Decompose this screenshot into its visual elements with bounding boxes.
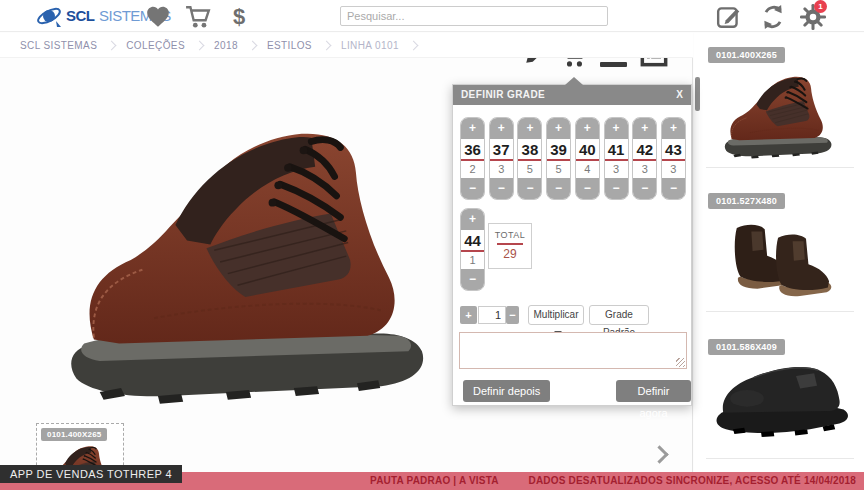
close-button[interactable]: X: [676, 85, 683, 105]
multiplier-input[interactable]: [478, 306, 506, 324]
size-column-41: + 41 3 −: [604, 117, 629, 200]
size-minus-button[interactable]: −: [490, 178, 513, 199]
size-qty[interactable]: 5: [547, 161, 570, 178]
multiplier-plus-button[interactable]: +: [460, 306, 477, 324]
refresh-icon[interactable]: [760, 4, 786, 30]
note-textarea[interactable]: [459, 332, 687, 369]
size-minus-button[interactable]: −: [662, 178, 685, 199]
size-minus-button[interactable]: −: [633, 178, 656, 199]
size-label: 41: [605, 139, 628, 161]
multiply-dropdown-label: Multiplicar: [533, 309, 578, 320]
grade-padrao-button[interactable]: Grade Padrão: [589, 305, 649, 325]
size-plus-button[interactable]: +: [605, 118, 628, 139]
size-qty[interactable]: 4: [576, 161, 599, 178]
product-card-0101-586X409[interactable]: 0101.586X409: [700, 339, 860, 484]
total-divider: [497, 243, 523, 245]
size-plus-button[interactable]: +: [547, 118, 570, 139]
size-column-42: + 42 3 −: [632, 117, 657, 200]
size-qty[interactable]: 2: [461, 161, 484, 178]
app-version-label: APP DE VENDAS TOTHREP 4: [0, 465, 182, 483]
card-divider: [706, 167, 854, 168]
chevron-right-icon: [247, 40, 257, 50]
size-qty[interactable]: 3: [605, 161, 628, 178]
breadcrumb-item-colecoes[interactable]: COLEÇÕES: [126, 40, 185, 51]
product-card-0101-400X265[interactable]: 0101.400X265: [700, 47, 860, 180]
size-label: 42: [633, 139, 656, 161]
favorites-heart-icon[interactable]: [145, 4, 171, 30]
definir-depois-button[interactable]: Definir depois: [463, 380, 550, 402]
product-thumb-image: [712, 355, 852, 439]
sync-warning-text: DADOS DESATUALIZADOS SINCRONIZE, ACESSO …: [528, 472, 856, 490]
pauta-status-text: PAUTA PADRAO | A VISTA: [370, 472, 499, 490]
chevron-right-icon: [195, 40, 205, 50]
dollar-icon[interactable]: $: [226, 4, 252, 30]
size-label: 36: [461, 139, 484, 161]
top-bar: SCL SISTEMAS $ 1: [0, 0, 864, 32]
compose-edit-icon[interactable]: [716, 4, 742, 30]
chevron-right-icon[interactable]: [650, 445, 668, 463]
product-badge: 0101.527X480: [708, 193, 785, 209]
note-container: [459, 332, 687, 369]
size-minus-button[interactable]: −: [518, 178, 541, 199]
product-thumb-image: [718, 217, 843, 302]
size-column-39: + 39 5 −: [546, 117, 571, 200]
product-card-0101-527X480[interactable]: 0101.527X480: [700, 193, 860, 336]
scl-logo-icon: [36, 3, 62, 29]
multiplier-minus-button[interactable]: −: [506, 306, 519, 324]
size-grid: + 36 2 − + 37 3 − + 38 5 − + 39 5 − + 40…: [460, 117, 686, 200]
size-qty[interactable]: 5: [518, 161, 541, 178]
size-minus-button[interactable]: −: [605, 178, 628, 199]
brand-bold: SCL: [66, 7, 95, 24]
size-qty[interactable]: 1: [461, 252, 484, 269]
product-sidebar: 0101.400X265 0101.527X480 0101.586X409: [694, 33, 864, 473]
size-label: 39: [547, 139, 570, 161]
size-plus-button[interactable]: +: [461, 118, 484, 139]
breadcrumb-item-2018[interactable]: 2018: [214, 40, 238, 51]
size-qty[interactable]: 3: [490, 161, 513, 178]
product-thumb-image: [718, 65, 843, 165]
size-plus-button[interactable]: +: [490, 118, 513, 139]
size-plus-button[interactable]: +: [518, 118, 541, 139]
cart-icon[interactable]: [185, 4, 211, 30]
chevron-right-icon: [107, 40, 117, 50]
size-label: 40: [576, 139, 599, 161]
size-label: 37: [490, 139, 513, 161]
size-plus-button[interactable]: +: [633, 118, 656, 139]
product-badge: 0101.586X409: [708, 339, 785, 355]
total-value: 29: [489, 247, 531, 261]
product-image: [55, 95, 455, 425]
multiply-dropdown[interactable]: Multiplicar: [528, 305, 584, 325]
size-label: 38: [518, 139, 541, 161]
size-column-38: + 38 5 −: [517, 117, 542, 200]
modal-title: DEFINIR GRADE: [453, 85, 691, 105]
total-box: TOTAL 29: [488, 223, 532, 269]
product-badge: 0101.400X265: [708, 47, 785, 63]
size-plus-button[interactable]: +: [662, 118, 685, 139]
size-minus-button[interactable]: −: [576, 178, 599, 199]
chevron-right-icon: [321, 40, 331, 50]
card-divider: [706, 311, 854, 312]
size-label: 43: [662, 139, 685, 161]
size-column-43: + 43 3 −: [661, 117, 686, 200]
breadcrumb-item-root[interactable]: SCL SISTEMAS: [20, 40, 97, 51]
search-container: [340, 6, 608, 26]
size-column-44: + 44 1 −: [460, 208, 485, 291]
definir-grade-modal: DEFINIR GRADE X + 36 2 − + 37 3 − + 38 5…: [452, 84, 692, 406]
definir-agora-button[interactable]: Definir agora: [616, 380, 691, 402]
size-column-40: + 40 4 −: [575, 117, 600, 200]
size-minus-button[interactable]: −: [461, 178, 484, 199]
total-label: TOTAL: [489, 230, 531, 240]
thumbnail-badge: 0101.400X265: [41, 428, 107, 441]
search-input[interactable]: [340, 6, 608, 26]
size-minus-button[interactable]: −: [547, 178, 570, 199]
size-column-36: + 36 2 −: [460, 117, 485, 200]
size-minus-button[interactable]: −: [461, 269, 484, 290]
size-plus-button[interactable]: +: [576, 118, 599, 139]
breadcrumb-item-estilos[interactable]: ESTILOS: [267, 40, 312, 51]
chevron-right-icon: [408, 40, 418, 50]
breadcrumb: SCL SISTEMAS COLEÇÕES 2018 ESTILOS LINHA…: [0, 33, 693, 58]
size-qty[interactable]: 3: [662, 161, 685, 178]
size-label: 44: [461, 230, 484, 252]
size-plus-button[interactable]: +: [461, 209, 484, 230]
size-qty[interactable]: 3: [633, 161, 656, 178]
